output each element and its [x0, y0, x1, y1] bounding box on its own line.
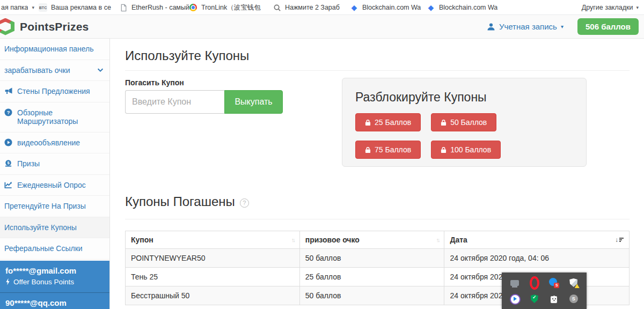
cell-points: 25 баллов: [299, 268, 444, 286]
sidebar-item-earn-points[interactable]: зарабатывать очки: [0, 60, 109, 82]
system-tray-popup: [502, 273, 587, 309]
account-menu[interactable]: Учетная запись ▾: [487, 22, 564, 31]
chevron-down-icon: ▾: [32, 5, 34, 10]
column-header-date[interactable]: Дата ↓: [444, 231, 630, 249]
sort-icon[interactable]: ↑↓: [291, 237, 294, 243]
sidebar-item-prizes[interactable]: $ Призы: [0, 153, 109, 175]
pointsprizes-logo-icon[interactable]: [0, 18, 14, 35]
monitor-icon[interactable]: [510, 278, 519, 288]
lock-icon: [365, 146, 371, 153]
account-email: fo*****@gmail.com: [5, 266, 104, 275]
other-bookmarks-button[interactable]: Другие закладки ▾: [582, 0, 639, 15]
sidebar-item-label: Информационная панель: [4, 45, 94, 54]
sidebar-item-label: Стены Предложения: [17, 87, 90, 96]
brand-title[interactable]: PointsPrizes: [20, 20, 89, 33]
bookmark-click2earn[interactable]: Нажмите 2 Зараб: [273, 0, 340, 15]
chevron-down-icon: ▾: [561, 24, 564, 30]
defender-warning-icon[interactable]: [569, 278, 579, 288]
cell-points: 50 баллов: [299, 249, 444, 268]
page-title: Используйте Купоны: [125, 48, 249, 63]
sidebar: Информационная панель зарабатывать очки …: [0, 39, 110, 309]
cell-coupon: Тень 25: [126, 268, 300, 286]
offer-bonus-label: Offer Bonus Points: [13, 278, 74, 286]
bookmark-label: Blockchain.com Wa: [362, 4, 421, 11]
bookmark-folder-label: ая папка: [1, 4, 28, 11]
bookmark-label: Нажмите 2 Зараб: [285, 4, 340, 11]
unlock-100-button[interactable]: 100 Баллов: [431, 141, 501, 159]
sidebar-item-label: зарабатывать очки: [4, 66, 70, 75]
cell-coupon: POINTYNEWYEAR50: [126, 249, 300, 268]
diamond-icon: ◆: [427, 3, 435, 12]
coin-icon: $: [4, 159, 13, 168]
bookmark-btc[interactable]: BTC Ваша реклама в се: [39, 0, 111, 15]
bookmark-folder[interactable]: ая папка ▾: [1, 0, 34, 15]
sidebar-item-video-ads[interactable]: видеообъявление: [0, 133, 109, 154]
table-row[interactable]: POINTYNEWYEAR50 50 баллов 24 октября 202…: [126, 249, 630, 268]
table-header-row: Купон ↑↓ призовое очко ↑↓ Дата ↓: [126, 231, 630, 249]
lock-icon: [441, 119, 447, 126]
unlock-25-button[interactable]: 25 Баллов: [355, 113, 421, 131]
help-icon[interactable]: ?: [240, 198, 249, 208]
bookmark-tronlink[interactable]: TronLink（波宝钱包: [189, 0, 261, 15]
points-balance-badge[interactable]: 506 баллов: [577, 18, 639, 35]
column-header-points[interactable]: призовое очко ↑↓: [299, 231, 444, 249]
unlock-50-button[interactable]: 50 Баллов: [431, 113, 496, 131]
btc-icon: BTC: [39, 3, 47, 12]
cell-coupon: Бесстрашный 50: [126, 286, 300, 305]
bookmark-blockchain-2[interactable]: ◆ Blockchain.com Wa: [427, 0, 497, 15]
divider: [125, 70, 630, 71]
unlock-coupons-title: Разблокируйте Купоны: [355, 90, 573, 105]
account-email: 90*****@qq.com: [5, 298, 104, 307]
sidebar-item-claim-prizes[interactable]: Претендуйте На Призы: [0, 196, 109, 217]
antenna-icon[interactable]: [549, 294, 559, 304]
redeem-input-group: Выкупать: [125, 90, 283, 114]
megaphone-icon: [4, 87, 13, 95]
person-icon: [487, 23, 495, 31]
skype-gray-icon[interactable]: [569, 294, 579, 304]
sidebar-item-offer-walls[interactable]: Стены Предложения: [0, 81, 109, 102]
bookmark-etherrush[interactable]: EtherRush - самый: [119, 0, 189, 15]
sidebar-item-label: Обзорные Маршрутизаторы: [17, 108, 105, 126]
bookmark-blockchain-1[interactable]: ◆ Blockchain.com Wa: [350, 0, 421, 15]
redeemed-coupons-title: Купоны Погашены ?: [125, 194, 249, 209]
divider: [125, 219, 630, 219]
sidebar-item-label: Ежедневный Опрос: [17, 181, 86, 190]
play-circle-icon: [4, 138, 13, 147]
redeemed-coupons-title-text: Купоны Погашены: [125, 194, 235, 209]
redeem-coupon-label: Погасить Купон: [125, 78, 184, 87]
shield-check-icon[interactable]: [530, 294, 539, 304]
content-row: Информационная панель зарабатывать очки …: [0, 39, 644, 309]
chrome-icon: [189, 4, 197, 11]
sidebar-item-survey-routers[interactable]: ? Обзорные Маршрутизаторы: [0, 102, 109, 133]
app-s-blue-icon[interactable]: [549, 278, 559, 288]
coupon-input[interactable]: [125, 90, 224, 114]
unlock-button-label: 50 Баллов: [450, 118, 487, 127]
screen: ая папка ▾ BTC Ваша реклама в се EtherRu…: [0, 0, 644, 309]
chevron-down-icon: [97, 66, 105, 75]
sort-desc-icon[interactable]: ↓: [615, 236, 624, 244]
sidebar-item-daily-poll[interactable]: Ежедневный Опрос: [0, 175, 109, 196]
sidebar-item-dashboard[interactable]: Информационная панель: [0, 39, 109, 60]
unlock-75-button[interactable]: 75 Баллов: [355, 141, 421, 159]
lock-icon: [441, 146, 447, 153]
account-label: Учетная запись: [499, 22, 557, 31]
other-bookmarks-label: Другие закладки: [582, 4, 633, 11]
svg-text:?: ?: [7, 109, 10, 115]
media-play-icon[interactable]: [510, 294, 519, 304]
sidebar-item-label: Используйте Купоны: [4, 223, 77, 232]
opera-icon[interactable]: [530, 278, 539, 288]
main-content: Используйте Купоны Погасить Купон Выкупа…: [110, 39, 644, 309]
account-offer-gmail[interactable]: fo*****@gmail.com Offer Bonus Points: [0, 261, 109, 292]
column-header-coupon[interactable]: Купон ↑↓: [126, 231, 300, 249]
sidebar-account-offers: fo*****@gmail.com Offer Bonus Points 90*…: [0, 261, 109, 309]
unlock-button-label: 100 Баллов: [450, 145, 491, 154]
page-icon: [119, 3, 128, 12]
chevron-down-icon: ▾: [636, 5, 639, 10]
sidebar-item-label: Реферальные Ссылки: [4, 244, 83, 253]
sidebar-item-use-coupons[interactable]: Используйте Купоны: [0, 217, 109, 239]
sort-icon[interactable]: ↑↓: [436, 237, 438, 243]
account-offer-qq[interactable]: 90*****@qq.com Offer Bonus Points: [0, 292, 109, 309]
sidebar-item-referral-links[interactable]: Реферальные Ссылки: [0, 238, 109, 260]
redeem-button[interactable]: Выкупать: [224, 90, 283, 114]
bookmark-label: Blockchain.com Wa: [439, 4, 497, 11]
